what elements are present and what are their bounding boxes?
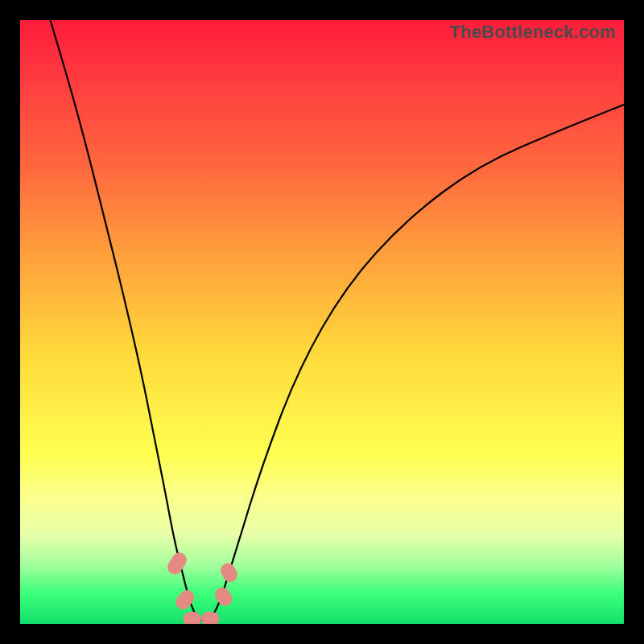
curve-marker	[218, 560, 240, 584]
bottleneck-curve	[51, 20, 625, 621]
chart-area: TheBottleneck.com	[20, 20, 624, 624]
chart-svg	[20, 20, 624, 624]
curve-marker	[212, 584, 235, 609]
curve-marker	[201, 612, 220, 624]
curve-marker	[184, 612, 202, 624]
curve-markers	[165, 550, 240, 624]
curve-marker	[165, 550, 189, 577]
